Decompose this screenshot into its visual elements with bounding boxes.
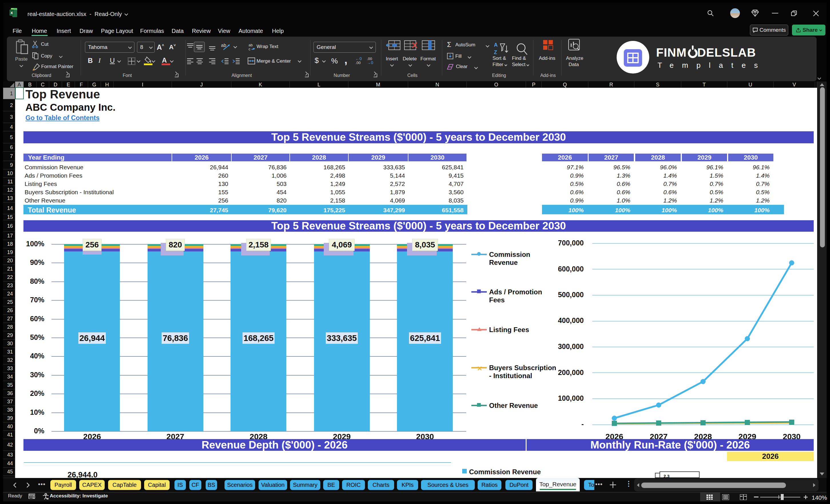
svg-text:ab: ab [221,43,226,48]
svg-text:→0: →0 [367,60,373,65]
svg-text:Z: Z [494,50,497,55]
svg-text:ab: ab [249,43,253,47]
svg-text:c: c [249,47,251,51]
svg-text:.00: .00 [355,61,361,65]
svg-text:A: A [494,42,498,48]
svg-text:←0: ←0 [355,57,362,61]
